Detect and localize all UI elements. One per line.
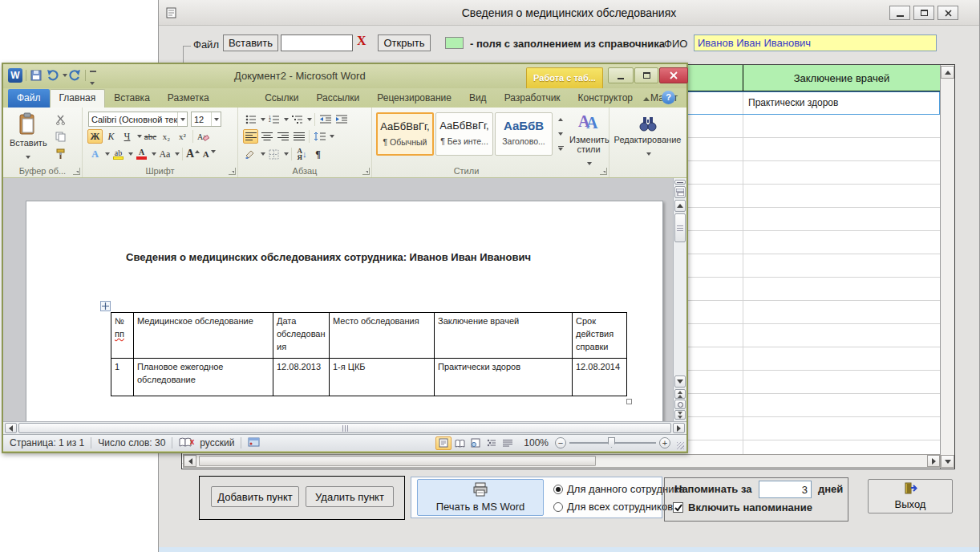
align-center-icon[interactable] xyxy=(259,129,274,144)
shading-icon[interactable] xyxy=(243,147,258,161)
restore-button[interactable] xyxy=(913,6,934,20)
scroll-left-button[interactable] xyxy=(184,455,196,467)
superscript-button[interactable]: x² xyxy=(175,129,190,144)
style-heading1[interactable]: АаБбВЗаголово... xyxy=(495,112,553,156)
grid-cell-conclusion[interactable]: Практически здоров xyxy=(743,91,940,114)
grid-horizontal-scrollbar[interactable] xyxy=(183,454,941,468)
justify-icon[interactable] xyxy=(291,129,306,144)
shading-dropdown-icon[interactable] xyxy=(261,152,265,156)
line-spacing-dropdown-icon[interactable] xyxy=(330,135,334,138)
next-page-icon[interactable] xyxy=(674,410,686,420)
styles-scroll-down-icon[interactable] xyxy=(555,127,566,140)
clear-formatting-icon[interactable]: Аа xyxy=(196,129,211,144)
text-effects-button[interactable]: А xyxy=(87,147,103,161)
fio-field[interactable]: Иванов Иван Иванович xyxy=(694,34,937,51)
align-left-icon[interactable] xyxy=(243,129,258,144)
tab-design[interactable]: Конструктор xyxy=(569,89,642,108)
tab-review[interactable]: Рецензирование xyxy=(368,89,460,108)
font-name-combo[interactable]: Calibri (Основной тек xyxy=(88,112,188,127)
style-no-spacing[interactable]: АаБбВвГг,¶ Без инте... xyxy=(435,112,493,156)
web-layout-view-icon[interactable] xyxy=(468,436,484,450)
document-page[interactable]: Сведения о медицинских обследованиях сот… xyxy=(26,201,663,421)
paste-button[interactable]: Вставить xyxy=(10,112,45,162)
remind-days-input[interactable]: 3 xyxy=(759,481,812,498)
grow-font-button[interactable]: А xyxy=(185,147,200,161)
select-browse-object-icon[interactable] xyxy=(674,400,686,409)
underline-button[interactable]: Ч xyxy=(119,129,135,144)
print-layout-view-icon[interactable] xyxy=(435,436,452,450)
zoom-out-icon[interactable]: − xyxy=(555,437,566,448)
zoom-slider-thumb[interactable] xyxy=(608,437,615,448)
word-horizontal-scrollbar[interactable] xyxy=(3,421,686,434)
styles-more-icon[interactable] xyxy=(555,141,566,155)
line-spacing-icon[interactable] xyxy=(312,129,327,144)
scroll-thumb[interactable] xyxy=(18,423,671,433)
font-color-dropdown-icon[interactable] xyxy=(152,152,156,156)
scroll-left-icon[interactable] xyxy=(5,423,17,433)
bold-button[interactable]: Ж xyxy=(87,129,103,144)
word-vertical-scrollbar[interactable] xyxy=(673,178,686,421)
styles-dialog-launcher[interactable] xyxy=(600,168,607,175)
font-dialog-launcher[interactable] xyxy=(229,168,236,175)
numbering-icon[interactable]: 12 xyxy=(266,112,281,127)
redo-icon[interactable] xyxy=(69,69,81,84)
close-button[interactable] xyxy=(937,6,958,20)
align-right-icon[interactable] xyxy=(275,129,290,144)
change-styles-button[interactable]: АA Изменить стили xyxy=(569,112,608,168)
increase-indent-icon[interactable] xyxy=(334,112,349,127)
table-resize-handle[interactable] xyxy=(626,399,632,404)
tab-view[interactable]: Вид xyxy=(460,89,496,108)
change-case-button[interactable]: Аа xyxy=(157,147,172,161)
ruler-toggle-icon[interactable] xyxy=(674,186,686,198)
tab-page-layout[interactable]: Разметка страницы xyxy=(159,89,256,108)
strikethrough-button[interactable]: abc xyxy=(143,129,158,144)
paragraph-dialog-launcher[interactable] xyxy=(362,168,370,175)
highlight-dropdown-icon[interactable] xyxy=(128,152,133,156)
language-indicator[interactable]: русский xyxy=(200,437,234,448)
multilevel-dropdown-icon[interactable] xyxy=(307,118,312,121)
word-maximize-button[interactable] xyxy=(634,67,658,83)
shrink-font-button[interactable]: А xyxy=(201,147,217,161)
exit-button[interactable]: Выход xyxy=(868,479,953,513)
undo-icon[interactable] xyxy=(47,69,59,84)
scroll-up-button[interactable] xyxy=(941,66,954,79)
grid-header-conclusion[interactable]: Заключение врачей xyxy=(743,65,940,91)
tab-references[interactable]: Ссылки xyxy=(256,89,307,108)
multilevel-list-icon[interactable] xyxy=(290,112,305,127)
scroll-up-icon[interactable] xyxy=(674,200,686,212)
enable-reminder-checkbox[interactable]: Включить напоминание xyxy=(673,501,812,513)
scroll-right-icon[interactable] xyxy=(673,423,685,433)
borders-dropdown-icon[interactable] xyxy=(284,152,289,156)
scroll-right-button[interactable] xyxy=(927,455,940,467)
format-painter-icon[interactable] xyxy=(53,146,68,160)
macro-record-icon[interactable] xyxy=(248,437,260,449)
tab-file[interactable]: Файл xyxy=(8,89,50,108)
scroll-down-icon[interactable] xyxy=(674,375,686,388)
underline-dropdown-icon[interactable] xyxy=(137,135,142,138)
fullscreen-reading-view-icon[interactable] xyxy=(452,436,468,450)
grid-vertical-scrollbar[interactable] xyxy=(940,65,954,469)
editing-button[interactable]: Редактирование xyxy=(609,116,686,159)
decrease-indent-icon[interactable] xyxy=(318,112,333,127)
scroll-down-button[interactable] xyxy=(941,455,954,468)
scroll-thumb[interactable] xyxy=(674,213,686,242)
zoom-in-icon[interactable]: + xyxy=(659,437,670,448)
add-item-button[interactable]: Добавить пункт xyxy=(211,486,299,507)
main-titlebar[interactable]: Сведения о медицинских обследованиях xyxy=(159,0,979,26)
highlight-button[interactable]: ab xyxy=(111,147,126,161)
tab-home[interactable]: Главная xyxy=(50,89,106,108)
style-normal[interactable]: АаБбВвГг,¶ Обычный xyxy=(376,112,434,156)
spellcheck-icon[interactable]: x xyxy=(179,436,192,450)
undo-dropdown-icon[interactable] xyxy=(63,74,67,77)
show-marks-icon[interactable]: ¶ xyxy=(310,147,326,161)
document-table[interactable]: №пп Медицинское обследование Дата обслед… xyxy=(111,312,627,396)
scroll-thumb[interactable] xyxy=(199,456,596,466)
collapse-ribbon-icon[interactable] xyxy=(638,92,654,105)
contextual-tab-group[interactable]: Работа с таб... xyxy=(526,67,603,88)
bullets-dropdown-icon[interactable] xyxy=(261,118,265,121)
previous-page-icon[interactable] xyxy=(674,389,686,399)
tab-developer[interactable]: Разработчик xyxy=(496,89,569,108)
sort-icon[interactable]: АЯ↓ xyxy=(294,147,310,161)
word-count[interactable]: Число слов: 30 xyxy=(98,437,165,448)
print-word-button[interactable]: Печать в MS Word xyxy=(417,479,544,516)
